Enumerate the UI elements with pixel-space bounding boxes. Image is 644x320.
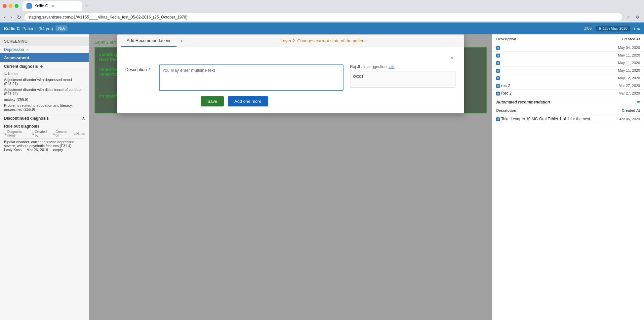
modal-layer-label: Layer 2. Changes current state of the pa… [186, 38, 460, 43]
collapse-icon: ∧ [82, 116, 85, 121]
reload-btn[interactable]: ↻ [16, 14, 22, 21]
add-recommendations-modal: Add Recommendations + Layer 2. Changes c… [117, 34, 464, 113]
add-one-more-btn[interactable]: Add one more [228, 96, 268, 106]
right-panel: Description Created At II May 04, 2020 I… [492, 34, 644, 320]
auto-rec-description-col: Description [496, 108, 516, 112]
description-label: Description * [125, 64, 155, 72]
suggestion-edit-link[interactable]: edit [388, 65, 394, 69]
header-time: 1:06 [584, 26, 592, 31]
right-row-date-1: May 04, 2020 [618, 46, 640, 50]
rec-icon-1: II [496, 46, 500, 50]
modal-right-suggestion: Raj Jha's suggestion edit cvxds [350, 64, 456, 106]
diagnosis-item-2: Adjustment disorder with disturbance of … [0, 87, 89, 97]
bookmark-icon[interactable]: ☆ [624, 13, 632, 21]
rule-out-section: Rule out diagnosis ⇅ Diagnosis name ⇅ Cr… [0, 123, 89, 154]
col-diagnosis-name: ⇅ Diagnosis name [4, 130, 29, 137]
right-panel-header: Description Created At [492, 34, 644, 44]
right-row-date-7: Mar 27, 2020 [619, 91, 640, 95]
nav-badge[interactable]: N/A [56, 25, 67, 31]
date-text: 12th May, 2020 [603, 26, 627, 30]
sort-createdon-icon: ⇅ [52, 132, 55, 136]
description-col-header: Description [496, 37, 516, 41]
extensions-icon[interactable]: ⚙ [633, 13, 641, 21]
screening-header: Screening [0, 37, 89, 46]
right-row-6: IIrec 2 Mar 27, 2020 [492, 82, 644, 90]
patient-age: (54 yrs) [38, 26, 53, 31]
right-row-date-5: May 12, 2020 [618, 76, 640, 80]
modal-actions: Save Add one more [125, 96, 343, 106]
rec-icon-4: II [496, 69, 500, 73]
back-btn[interactable]: ‹ [3, 14, 7, 21]
auto-rec-row-1: IITake Lexapro 10 MG Oral Tablet 1 of 1 … [492, 115, 644, 123]
suggestion-content: cvxds [350, 71, 456, 88]
browser-chrome: Kellie C × + ‹ › ↻ ☆ ⚙ [0, 0, 644, 22]
assessment-section: Assessment [0, 53, 89, 62]
right-row-date-2: May 11, 2020 [618, 53, 640, 57]
diagnosis-item-3: anxiety (Z55.9) [0, 97, 89, 102]
modal-tab-add-recommendations[interactable]: Add Recommendations [121, 35, 177, 47]
required-star: * [149, 67, 150, 72]
tab-title: Kellie C [34, 4, 48, 8]
right-row-5: II May 12, 2020 [492, 74, 644, 82]
patient-info: Kellie C Patient (54 yrs) N/A [4, 25, 67, 31]
diagnosis-name-header: ⇅ Name [0, 71, 89, 77]
sidebar-item-depression[interactable]: Depression ✕ [0, 46, 89, 53]
auto-rec-icon-1: II [496, 117, 500, 121]
address-bar[interactable] [24, 13, 622, 21]
new-tab-btn[interactable]: + [83, 3, 91, 10]
sort-createdby-icon: ⇅ [31, 132, 34, 136]
right-row-3: II May 11, 2020 [492, 59, 644, 67]
col-created-on: ⇅ Created on [52, 130, 70, 137]
created-at-col-header: Created At [622, 37, 640, 41]
modal-left-area: Description * Save Add one more [125, 64, 343, 106]
right-row-1: II May 04, 2020 [492, 44, 644, 52]
header-date: ⊕ 12th May, 2020 [596, 26, 630, 31]
app-header: Kellie C Patient (54 yrs) N/A 1:06 ⊕ 12t… [0, 22, 644, 34]
discontinued-header[interactable]: Discontinued diagnosis ∧ [0, 114, 89, 123]
left-sidebar: Screening Depression ✕ Assessment Curren… [0, 34, 89, 320]
diagnosis-item-4: Problems related to education and litera… [0, 102, 89, 112]
sort-diagnosis-icon: ⇅ [4, 132, 7, 136]
auto-rec-title: Automated recommendation ✏ [492, 97, 644, 106]
save-btn[interactable]: Save [201, 96, 224, 106]
add-diagnosis-btn[interactable]: + [40, 63, 43, 69]
modal-body: × Description * Save Add on [117, 47, 464, 113]
col-created-by: ⇅ Created by [31, 130, 49, 137]
tab-favicon-icon [26, 3, 32, 9]
tab-close-btn[interactable]: × [51, 4, 55, 8]
modal-tabs: Add Recommendations + Layer 2. Changes c… [117, 35, 464, 47]
forward-btn[interactable]: › [9, 14, 13, 21]
close-window-btn[interactable] [3, 4, 7, 8]
right-row-4: II May 11, 2020 [492, 67, 644, 74]
current-diagnosis-title: Current diagnosis + [0, 62, 89, 71]
rec-icon-7: II [496, 92, 500, 96]
date-icon: ⊕ [598, 26, 601, 31]
description-textarea[interactable] [159, 64, 343, 91]
rec-icon-5: II [496, 76, 500, 80]
rule-out-col-headers: ⇅ Diagnosis name ⇅ Created by ⇅ Created … [4, 130, 85, 139]
auto-rec-edit-icon[interactable]: ✏ [637, 100, 640, 104]
col-notes: ⇅ Notes [73, 130, 85, 137]
browser-tabs: Kellie C × + [0, 0, 644, 12]
patient-name: Kellie C [4, 26, 20, 31]
modal-tab-plus-btn[interactable]: + [177, 35, 186, 47]
depression-link[interactable]: Depression [4, 47, 24, 52]
modal-close-btn[interactable]: × [448, 54, 456, 62]
minimize-window-btn[interactable] [9, 4, 13, 8]
sort-icon: ⇅ [4, 72, 7, 76]
depression-close-icon[interactable]: ✕ [26, 48, 29, 52]
modal-close-row: × [125, 54, 456, 62]
browser-tab-active[interactable]: Kellie C × [22, 1, 82, 11]
browser-toolbar: ‹ › ↻ ☆ ⚙ [0, 12, 644, 22]
diagnosis-item-1: Adjustment disorder with depressed mood … [0, 77, 89, 87]
right-row-date-4: May 11, 2020 [618, 68, 640, 72]
user-name: rex [634, 26, 640, 31]
right-row-date-6: Mar 27, 2020 [619, 84, 640, 88]
right-row-date-3: May 11, 2020 [618, 61, 640, 65]
right-row-7: IIRec 2 Mar 27, 2020 [492, 90, 644, 97]
traffic-lights [3, 4, 19, 8]
sort-notes-icon: ⇅ [73, 132, 76, 136]
rec-icon-2: II [496, 54, 500, 58]
maximize-window-btn[interactable] [15, 4, 19, 8]
toolbar-icons: ☆ ⚙ [624, 13, 641, 21]
